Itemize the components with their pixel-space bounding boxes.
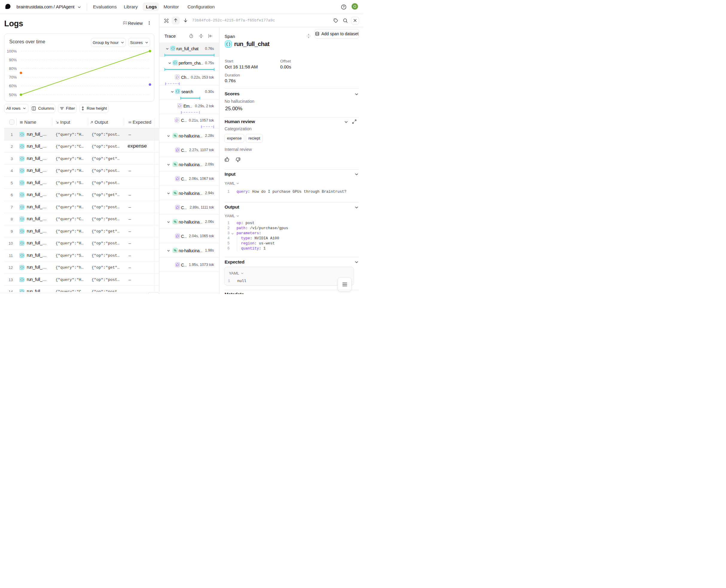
- svg-text:80%: 80%: [9, 66, 17, 71]
- svg-text:90%: 90%: [9, 58, 17, 62]
- svg-text:100%: 100%: [7, 49, 17, 54]
- svg-text:60%: 60%: [9, 84, 17, 88]
- svg-text:50%: 50%: [9, 92, 17, 97]
- svg-text:70%: 70%: [9, 75, 17, 80]
- svg-text:?: ?: [343, 5, 344, 9]
